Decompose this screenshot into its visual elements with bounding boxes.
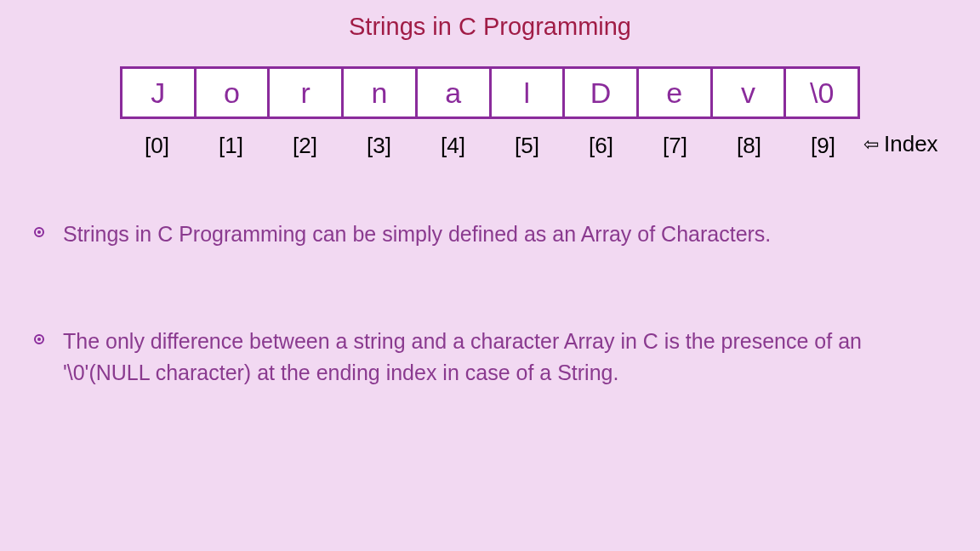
cell: o	[197, 69, 271, 116]
index: [5]	[490, 133, 564, 159]
bullet-icon	[34, 334, 44, 344]
bullet-list: Strings in C Programming can be simply d…	[34, 219, 946, 388]
index: [0]	[120, 133, 194, 159]
index: [4]	[416, 133, 490, 159]
arrow-left-icon: ⇦	[863, 133, 879, 156]
cell: J	[122, 69, 197, 116]
cell: a	[418, 69, 492, 116]
cell: n	[344, 69, 418, 116]
array-indices: [0] [1] [2] [3] [4] [5] [6] [7] [8] [9]	[120, 133, 860, 159]
page-title: Strings in C Programming	[0, 13, 980, 41]
index: [7]	[638, 133, 712, 159]
array-diagram: J o r n a l D e v \0 [0] [1] [2] [3] [4]…	[120, 66, 860, 159]
cell: \0	[786, 69, 858, 116]
index-pointer: ⇦ Index	[860, 131, 938, 157]
cell: l	[492, 69, 566, 116]
cell: v	[713, 69, 787, 116]
index: [2]	[268, 133, 342, 159]
bullet-icon	[34, 227, 44, 237]
bullet-text: Strings in C Programming can be simply d…	[63, 219, 771, 249]
index: [8]	[712, 133, 786, 159]
index: [9]	[786, 133, 860, 159]
bullet-text: The only difference between a string and…	[63, 326, 946, 388]
index-label: Index	[884, 131, 938, 157]
list-item: Strings in C Programming can be simply d…	[34, 219, 946, 249]
list-item: The only difference between a string and…	[34, 326, 946, 388]
cell: e	[639, 69, 713, 116]
index: [1]	[194, 133, 268, 159]
array-cells: J o r n a l D e v \0	[120, 66, 860, 119]
cell: D	[565, 69, 639, 116]
index: [3]	[342, 133, 416, 159]
cell: r	[270, 69, 344, 116]
index: [6]	[564, 133, 638, 159]
